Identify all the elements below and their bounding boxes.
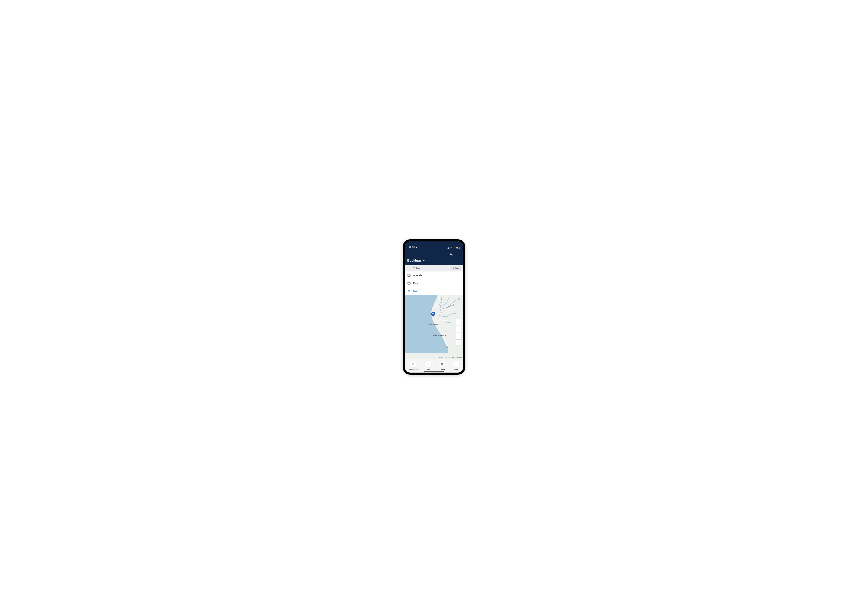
day-icon [407,281,411,285]
map-locate-button[interactable] [456,319,461,326]
map-pin[interactable] [431,312,435,317]
view-option-map[interactable]: Map [405,287,463,295]
prev-month-button[interactable] [407,266,411,270]
view-option-agenda[interactable]: Agenda [405,271,463,279]
chart-icon [411,363,415,366]
nav-header: Bookings [405,250,463,265]
map-zoom-in-button[interactable]: + [456,326,461,332]
svg-point-28 [455,364,456,364]
home-indicator[interactable] [423,371,445,372]
action-bar: Show Chart New Delete [405,359,463,372]
status-bar: 12:52 ➤ 5G E [405,242,463,250]
svg-rect-15 [408,282,411,284]
map-zoom-out-button[interactable]: − [456,333,461,339]
status-left: 12:52 ➤ [409,246,417,249]
trash-icon [440,363,444,366]
status-right: 5G E [448,247,460,249]
map-pin-icon [452,267,454,269]
map-toggle-label: Map [455,267,460,270]
next-month-button[interactable] [423,266,426,270]
delete-button[interactable]: Delete [439,361,445,371]
map-toggle-button[interactable]: Map [451,266,461,270]
agenda-icon [407,273,411,277]
action-label: Show Chart [409,369,417,371]
view-option-label: Day [413,282,418,285]
network-label: 5G E [451,247,455,249]
status-time: 12:52 [409,246,415,249]
more-button[interactable]: More [453,361,459,371]
search-icon[interactable] [450,252,453,256]
page-title: Bookings [407,259,422,262]
battery-icon [456,247,460,249]
chevron-down-icon [423,260,425,262]
more-icon [455,363,458,366]
map-icon [407,289,411,293]
map-city-label: Camano [429,323,438,326]
view-selector[interactable]: Bookings [407,259,461,262]
calendar-icon [412,267,415,270]
map-attribution: ©2020 TomTom ©2019 Microsoft [439,357,462,358]
signal-icon [448,247,450,248]
view-option-label: Agenda [413,274,422,277]
svg-rect-5 [413,267,415,269]
show-chart-button[interactable]: Show Chart [409,361,417,371]
screen: 12:52 ➤ 5G E [405,242,463,372]
plus-icon [427,363,430,366]
add-icon[interactable] [457,252,461,256]
map-canvas[interactable]: Camano Indian Beach SW Camano Dr W Caman… [405,295,463,359]
view-option-label: Map [413,290,418,292]
location-icon: ➤ [415,246,417,248]
svg-point-21 [433,313,434,314]
action-label: New [426,369,430,371]
svg-rect-25 [442,364,443,366]
svg-point-0 [450,253,452,254]
svg-point-30 [457,364,457,364]
new-button[interactable]: New [425,361,432,371]
map-road-label: P [453,295,454,297]
map-city-label: Indian Beach [432,334,446,336]
map-tilt-button[interactable] [456,340,461,346]
hamburger-icon[interactable] [407,253,410,255]
phone-frame: 12:52 ➤ 5G E [403,239,465,375]
date-bar: Mar Map [405,265,463,271]
svg-point-29 [456,364,456,364]
view-options-list: Agenda Day Map [405,271,463,295]
svg-line-1 [452,254,453,256]
action-label: More [454,369,458,371]
month-label: Mar [416,267,420,270]
action-label: Delete [440,369,445,371]
map-controls: + − [456,319,461,346]
view-option-day[interactable]: Day [405,279,463,287]
month-picker[interactable]: Mar [412,267,420,270]
